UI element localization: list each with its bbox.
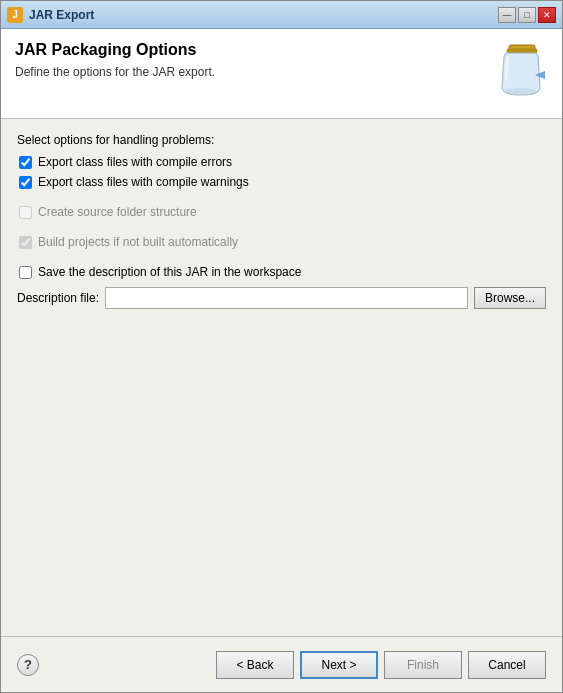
jar-image: [497, 43, 545, 99]
browse-button[interactable]: Browse...: [474, 287, 546, 309]
cancel-button[interactable]: Cancel: [468, 651, 546, 679]
checkbox-build-projects-label: Build projects if not built automaticall…: [38, 235, 238, 249]
checkbox-compile-errors[interactable]: [19, 156, 32, 169]
checkbox-save-description-row: Save the description of this JAR in the …: [17, 265, 546, 279]
svg-point-2: [505, 88, 537, 94]
next-button[interactable]: Next >: [300, 651, 378, 679]
back-button[interactable]: < Back: [216, 651, 294, 679]
header-description: Define the options for the JAR export.: [15, 65, 493, 79]
title-bar: J JAR Export — □ ✕: [1, 1, 562, 29]
checkbox-compile-warnings-row: Export class files with compile warnings: [17, 175, 546, 189]
checkbox-build-projects-row: Build projects if not built automaticall…: [17, 235, 546, 249]
checkbox-source-folder: [19, 206, 32, 219]
finish-button[interactable]: Finish: [384, 651, 462, 679]
checkbox-source-folder-row: Create source folder structure: [17, 205, 546, 219]
window-icon: J: [7, 7, 23, 23]
footer-left: ?: [17, 654, 39, 676]
description-file-row: Description file: Browse...: [17, 287, 546, 309]
window-title: JAR Export: [29, 8, 498, 22]
checkbox-source-folder-label: Create source folder structure: [38, 205, 197, 219]
help-button[interactable]: ?: [17, 654, 39, 676]
window: J JAR Export — □ ✕ JAR Packaging Options…: [0, 0, 563, 693]
header-area: JAR Packaging Options Define the options…: [1, 29, 562, 119]
header-text: JAR Packaging Options Define the options…: [15, 41, 493, 79]
content-area: Select options for handling problems: Ex…: [1, 119, 562, 636]
jar-icon: [493, 41, 548, 101]
description-file-input[interactable]: [105, 287, 468, 309]
checkbox-compile-warnings[interactable]: [19, 176, 32, 189]
checkbox-save-description[interactable]: [19, 266, 32, 279]
checkbox-compile-warnings-label[interactable]: Export class files with compile warnings: [38, 175, 249, 189]
section-label: Select options for handling problems:: [17, 133, 546, 147]
close-button[interactable]: ✕: [538, 7, 556, 23]
description-file-label: Description file:: [17, 291, 99, 305]
checkbox-compile-errors-label[interactable]: Export class files with compile errors: [38, 155, 232, 169]
footer-buttons: < Back Next > Finish Cancel: [216, 651, 546, 679]
maximize-button[interactable]: □: [518, 7, 536, 23]
footer-area: ? < Back Next > Finish Cancel: [1, 636, 562, 692]
checkbox-build-projects: [19, 236, 32, 249]
title-bar-controls: — □ ✕: [498, 7, 556, 23]
page-title: JAR Packaging Options: [15, 41, 493, 59]
checkbox-compile-errors-row: Export class files with compile errors: [17, 155, 546, 169]
checkbox-save-description-label[interactable]: Save the description of this JAR in the …: [38, 265, 301, 279]
minimize-button[interactable]: —: [498, 7, 516, 23]
